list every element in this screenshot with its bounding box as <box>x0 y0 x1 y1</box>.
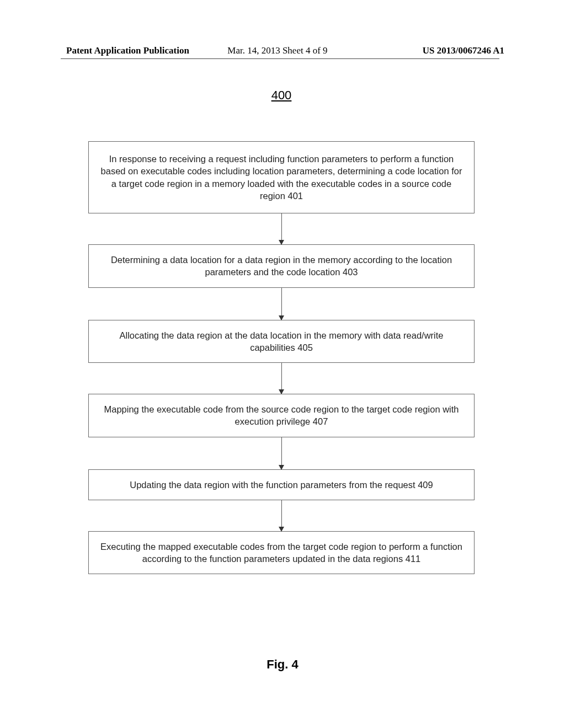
arrow-icon <box>281 288 282 320</box>
header-center: Mar. 14, 2013 Sheet 4 of 9 <box>227 45 327 56</box>
flowchart-step-409: Updating the data region with the functi… <box>88 469 475 500</box>
page-header: Patent Application Publication Mar. 14, … <box>0 45 565 56</box>
figure-number: 400 <box>83 88 480 103</box>
figure-caption: Fig. 4 <box>0 657 565 672</box>
header-left: Patent Application Publication <box>66 45 189 56</box>
header-right: US 2013/0067246 A1 <box>423 45 504 56</box>
flowchart-step-407: Mapping the executable code from the sou… <box>88 394 475 437</box>
flowchart-step-401: In response to receiving a request inclu… <box>88 141 475 213</box>
arrow-icon <box>281 500 282 531</box>
flowchart-diagram: 400 In response to receiving a request i… <box>83 88 480 574</box>
arrow-icon <box>281 213 282 244</box>
arrow-icon <box>281 437 282 469</box>
flowchart: In response to receiving a request inclu… <box>83 141 480 574</box>
flowchart-step-403: Determining a data location for a data r… <box>88 244 475 288</box>
flowchart-step-411: Executing the mapped executable codes fr… <box>88 531 475 575</box>
flowchart-step-405: Allocating the data region at the data l… <box>88 320 475 363</box>
arrow-icon <box>281 363 282 394</box>
header-rule <box>61 58 499 59</box>
